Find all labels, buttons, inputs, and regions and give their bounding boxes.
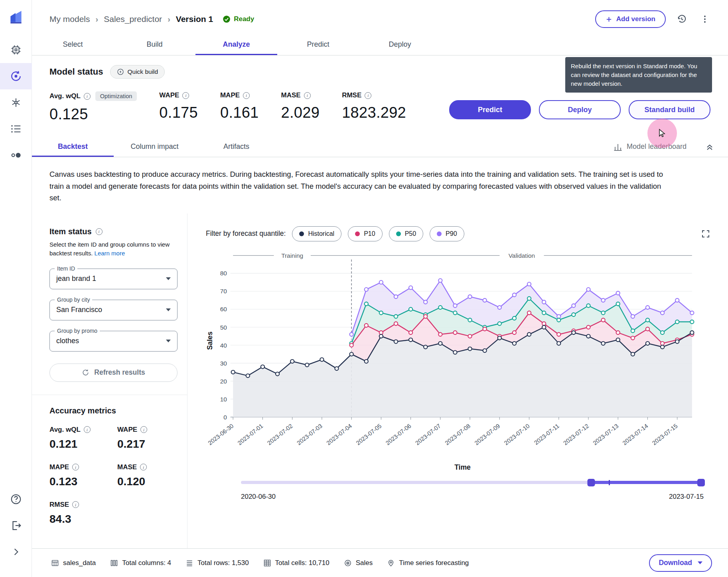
collapse-section-icon[interactable] <box>702 140 717 154</box>
refresh-results-button[interactable]: Refresh results <box>49 364 178 382</box>
backtest-description: Canvas uses backtesting to produce accur… <box>32 157 686 213</box>
asterisk-nodes-icon <box>10 97 22 109</box>
info-icon[interactable] <box>96 228 103 235</box>
info-icon[interactable] <box>243 92 250 99</box>
sidebar-item-datasets[interactable] <box>0 37 32 63</box>
svg-text:2023-07-14: 2023-07-14 <box>621 423 649 446</box>
tab-deploy[interactable]: Deploy <box>359 34 441 55</box>
model-leaderboard-button[interactable]: Model leaderboard <box>613 142 687 152</box>
svg-text:40: 40 <box>220 342 227 348</box>
svg-text:Training: Training <box>281 252 303 259</box>
workflow-tabs: Select Build Analyze Predict Deploy <box>32 34 728 55</box>
chevron-down-icon <box>166 308 171 311</box>
check-circle-icon <box>223 15 231 23</box>
problem-type: Time series forecasting <box>387 559 469 567</box>
svg-text:2023-07-11: 2023-07-11 <box>533 423 560 446</box>
list-icon <box>10 123 22 135</box>
tab-predict[interactable]: Predict <box>277 34 359 55</box>
slider-end-date: 2023-07-15 <box>669 493 704 501</box>
info-icon[interactable] <box>365 92 371 99</box>
status-badge: Ready <box>223 15 254 23</box>
svg-text:2023-07-13: 2023-07-13 <box>592 423 620 446</box>
metric-mase: MASE 2.029 <box>281 91 320 123</box>
backtest-chart-panel: Filter by forecast quantile: Historical … <box>187 213 728 548</box>
group-by-city-select[interactable]: Group by city San Francisco <box>49 300 178 320</box>
total-cells: Total cells: 10,710 <box>263 559 329 567</box>
standard-build-button[interactable]: Standard build <box>629 100 710 119</box>
breadcrumb-version: Version 1 <box>176 14 213 24</box>
info-icon[interactable] <box>182 92 189 99</box>
accuracy-metrics-grid: Avg. wQL 0.121 WAPE 0.217 MAPE 0.123 MAS… <box>49 426 178 526</box>
sidebar-item-automations[interactable] <box>0 142 32 168</box>
sidebar-item-my-models[interactable] <box>0 63 32 89</box>
help-icon[interactable] <box>0 486 32 512</box>
standard-build-tooltip: Rebuild the next version in Standard mod… <box>565 57 712 93</box>
sidebar-item-jobs[interactable] <box>0 116 32 142</box>
slider-handle-start[interactable] <box>588 479 595 486</box>
group-by-promo-select[interactable]: Group by promo clothes <box>49 331 178 352</box>
legend-pill-p90[interactable]: P90 <box>430 226 464 241</box>
info-icon[interactable] <box>84 93 91 100</box>
svg-text:2023-07-06: 2023-07-06 <box>385 423 412 446</box>
svg-text:2023-07-09: 2023-07-09 <box>473 423 501 446</box>
expand-sidebar-icon[interactable] <box>0 539 32 565</box>
info-icon[interactable] <box>84 426 91 433</box>
add-version-button[interactable]: Add version <box>595 10 666 28</box>
svg-text:50: 50 <box>220 324 227 330</box>
slider-selected-range[interactable] <box>591 481 704 484</box>
bar-chart-icon <box>613 142 623 152</box>
info-icon[interactable] <box>140 426 147 433</box>
sidebar-item-ready-models[interactable] <box>0 89 32 116</box>
metric-wape: WAPE 0.175 <box>159 91 198 123</box>
legend-pill-historical[interactable]: Historical <box>292 226 341 241</box>
download-button[interactable]: Download <box>649 554 712 572</box>
tab-build[interactable]: Build <box>114 34 195 55</box>
learn-more-link[interactable]: Learn more <box>95 250 125 257</box>
time-range-slider: 2020-06-30 2023-07-15 <box>241 478 704 501</box>
metric-avg-wql: Avg. wQLOptimization 0.125 <box>49 91 137 123</box>
kebab-menu-icon[interactable] <box>698 12 712 26</box>
info-icon[interactable] <box>304 92 311 99</box>
svg-text:2023-07-01: 2023-07-01 <box>237 423 264 446</box>
quick-build-badge: Quick build <box>110 65 165 79</box>
canvas-logo-icon <box>7 9 25 26</box>
breadcrumb-my-models[interactable]: My models <box>49 14 90 24</box>
signout-icon[interactable] <box>0 512 32 539</box>
acc-metric-rmse: RMSE 84.3 <box>49 501 117 526</box>
svg-text:2023-07-12: 2023-07-12 <box>562 423 590 446</box>
tab-select[interactable]: Select <box>32 34 114 55</box>
quantile-filter-label: Filter by forecast quantile: <box>206 229 286 238</box>
fullscreen-icon[interactable] <box>701 229 710 239</box>
table-icon <box>51 559 59 567</box>
info-icon[interactable] <box>72 464 79 470</box>
acc-metric-avg-wql: Avg. wQL 0.121 <box>49 426 117 451</box>
item-id-select[interactable]: Item ID jean brand 1 <box>49 269 178 289</box>
slider-track[interactable] <box>241 478 704 486</box>
svg-text:2023-07-02: 2023-07-02 <box>266 423 294 446</box>
refresh-icon <box>82 369 89 376</box>
legend-pill-p50[interactable]: P50 <box>389 226 423 241</box>
legend-pill-p10[interactable]: P10 <box>348 226 382 241</box>
tab-backtest[interactable]: Backtest <box>32 136 114 157</box>
info-icon[interactable] <box>72 501 79 508</box>
svg-text:70: 70 <box>220 288 227 294</box>
breadcrumb: My models Sales_predictor Version 1 Read… <box>49 14 254 24</box>
item-status-title: Item status <box>49 227 92 236</box>
version-history-icon[interactable] <box>675 12 689 26</box>
svg-text:Validation: Validation <box>509 252 535 259</box>
metric-rmse: RMSE 1823.292 <box>342 91 406 123</box>
svg-text:2023-06-30: 2023-06-30 <box>207 423 235 446</box>
tab-analyze[interactable]: Analyze <box>195 34 277 55</box>
columns-icon <box>110 559 118 567</box>
chevron-down-icon <box>166 340 171 342</box>
tab-artifacts[interactable]: Artifacts <box>195 136 277 157</box>
mouse-cursor-icon <box>657 128 667 138</box>
slider-handle-end[interactable] <box>697 479 705 486</box>
tab-column-impact[interactable]: Column impact <box>114 136 195 157</box>
chip-icon <box>10 44 22 56</box>
rows-icon <box>185 559 193 567</box>
info-icon[interactable] <box>140 464 147 470</box>
breadcrumb-model[interactable]: Sales_predictor <box>104 14 162 24</box>
deploy-button[interactable]: Deploy <box>539 100 621 119</box>
predict-button[interactable]: Predict <box>449 100 531 119</box>
